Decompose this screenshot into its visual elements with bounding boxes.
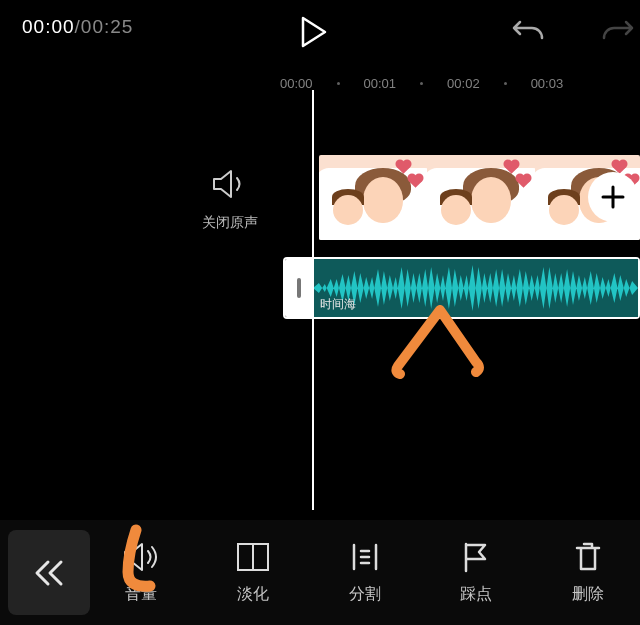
delete-icon: [572, 540, 604, 574]
audio-waveform[interactable]: 时间海: [313, 259, 638, 317]
tool-label: 音量: [125, 584, 157, 605]
play-icon: [300, 16, 328, 48]
split-icon: [349, 540, 381, 574]
back-button[interactable]: [8, 530, 90, 615]
tool-split[interactable]: 分割: [319, 540, 411, 605]
tool-volume[interactable]: 音量: [95, 540, 187, 605]
ruler-tick: 00:00: [280, 76, 313, 91]
ruler-dot: [420, 82, 423, 85]
video-clip-thumbnail[interactable]: [427, 155, 535, 240]
timecode: 00:00/00:25: [22, 16, 133, 38]
video-clip-thumbnail[interactable]: [319, 155, 427, 240]
add-clip-button[interactable]: [588, 172, 638, 222]
undo-button[interactable]: [512, 16, 546, 46]
tool-label: 分割: [349, 584, 381, 605]
ruler-tick: 00:03: [531, 76, 564, 91]
chevrons-left-icon: [32, 557, 66, 589]
tool-label: 踩点: [460, 584, 492, 605]
mute-label: 关闭原声: [170, 214, 290, 232]
ruler-dot: [504, 82, 507, 85]
current-time: 00:00: [22, 16, 75, 37]
tool-delete[interactable]: 删除: [542, 540, 634, 605]
timeline-ruler[interactable]: 00:00 00:01 00:02 00:03: [280, 73, 640, 93]
flag-icon: [460, 540, 492, 574]
speaker-icon: [211, 168, 249, 200]
play-button[interactable]: [300, 16, 328, 52]
audio-track[interactable]: 时间海: [283, 257, 640, 319]
ruler-tick: 00:01: [364, 76, 397, 91]
fade-icon: [235, 540, 271, 574]
redo-icon: [600, 16, 634, 42]
plus-icon: [600, 184, 626, 210]
mute-original-sound-button[interactable]: 关闭原声: [170, 168, 290, 232]
audio-clip-title: 时间海: [317, 295, 359, 314]
tool-beat[interactable]: 踩点: [430, 540, 522, 605]
tool-label: 删除: [572, 584, 604, 605]
ruler-dot: [337, 82, 340, 85]
tool-label: 淡化: [237, 584, 269, 605]
tool-fade[interactable]: 淡化: [207, 540, 299, 605]
redo-button[interactable]: [600, 16, 634, 46]
playhead[interactable]: [312, 90, 314, 510]
undo-icon: [512, 16, 546, 42]
total-duration: 00:25: [81, 16, 134, 37]
transport-bar: 00:00/00:25: [0, 0, 640, 60]
bottom-toolbar: 音量 淡化 分割 踩点 删除: [0, 520, 640, 625]
speaker-icon: [121, 540, 161, 574]
ruler-tick: 00:02: [447, 76, 480, 91]
audio-clip-trim-handle[interactable]: [285, 259, 313, 317]
